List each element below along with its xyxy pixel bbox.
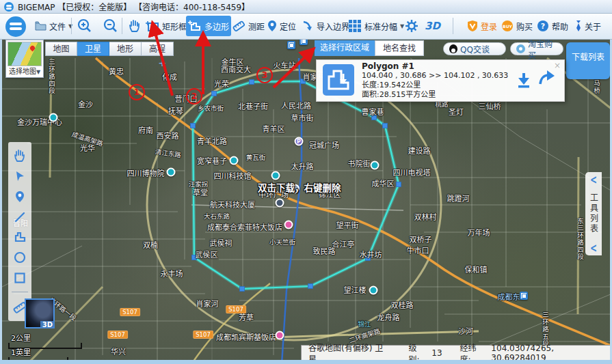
help-icon: ? bbox=[537, 20, 549, 32]
polygon-length: 长度:19.542公里 bbox=[362, 81, 508, 90]
layer-select-label: 选择地图▼ bbox=[8, 66, 42, 78]
toolbar-separator bbox=[122, 18, 122, 34]
import-boundary-label: 导入边界 bbox=[317, 20, 349, 32]
login-button[interactable]: 登录 bbox=[465, 16, 499, 36]
zoom-in-icon bbox=[77, 18, 92, 33]
annotation-circle-1: 1 bbox=[129, 84, 145, 100]
tab-卫星[interactable]: 卫星 bbox=[77, 42, 109, 56]
ruler-icon bbox=[232, 20, 245, 32]
tab-高程[interactable]: 高程 bbox=[142, 42, 174, 56]
buy-label: 购买 bbox=[516, 20, 533, 32]
window-border bbox=[0, 360, 612, 364]
status-bar: 谷歌地图(有偏移) 卫星 级别: 13 经纬度: 104.03074265, 3… bbox=[301, 345, 611, 360]
tab-地图[interactable]: 地图 bbox=[45, 42, 77, 56]
taobao-buy-label: 淘宝购买 bbox=[528, 38, 557, 61]
polygon-plus-icon bbox=[188, 20, 202, 32]
file-button[interactable]: 文件▼ bbox=[33, 16, 75, 36]
marker-tool-icon[interactable] bbox=[15, 191, 25, 203]
zoom-level-value: 13 bbox=[431, 348, 442, 358]
map-scale: 2公里 1英里 bbox=[8, 335, 82, 363]
login-shield-icon bbox=[467, 20, 478, 32]
tab-place-search[interactable]: 地名查找 bbox=[375, 40, 424, 56]
main-toolbar: 文件▼ 矩形框 多边形 测距 定位 导入边界 bbox=[0, 14, 612, 40]
polygon-select-button[interactable]: 多边形 bbox=[186, 16, 231, 36]
3d-label: 3D bbox=[425, 20, 440, 32]
locate-button[interactable]: 定位 bbox=[265, 16, 298, 36]
tie-icon bbox=[575, 20, 582, 32]
grid-icon bbox=[348, 19, 362, 33]
window-title: BIGEMAP 【已授权：全能版】 【咨询电话：400-118-5459】 bbox=[18, 1, 250, 12]
measure-label: 测距 bbox=[248, 20, 265, 32]
buy-button[interactable]: BUY 购买 bbox=[499, 16, 535, 36]
window-border bbox=[0, 39, 2, 364]
rectangle-select-button[interactable]: 矩形框 bbox=[144, 16, 189, 36]
chevron-left-icon: < bbox=[590, 241, 597, 255]
rectangle-tool-icon[interactable] bbox=[14, 272, 26, 284]
hand-icon bbox=[128, 19, 142, 33]
toolbar-separator bbox=[453, 18, 453, 34]
polygon-title: Polygon #1 bbox=[362, 61, 508, 71]
close-icon[interactable]: × bbox=[554, 61, 561, 70]
polygon-info-text: Polygon #1 104.040 , 30.686 >> 104.102 ,… bbox=[362, 61, 508, 100]
login-label: 登录 bbox=[481, 20, 497, 32]
polygon-area: 面积:28.515平方公里 bbox=[362, 90, 508, 100]
panel-divider bbox=[12, 292, 28, 292]
qq-chat-button[interactable]: QQ交谈 bbox=[443, 42, 506, 55]
locate-label: 定位 bbox=[280, 20, 296, 32]
import-boundary-button[interactable]: 导入边界 bbox=[300, 16, 351, 36]
help-button[interactable]: ? 帮助 bbox=[535, 16, 570, 36]
title-bar: BIGEMAP 【已授权：全能版】 【咨询电话：400-118-5459】 bbox=[0, 0, 612, 14]
line-tool-icon[interactable] bbox=[14, 211, 26, 223]
standard-sheet-button[interactable]: 标准分幅▼ bbox=[346, 16, 406, 36]
polygon-info-box: Polygon #1 104.040 , 30.686 >> 104.102 ,… bbox=[316, 59, 565, 102]
import-arrow-icon bbox=[302, 20, 314, 32]
gear-icon bbox=[405, 20, 418, 32]
polygon-tool-icon[interactable] bbox=[13, 231, 27, 243]
file-label: 文件 bbox=[49, 20, 66, 32]
circle-tool-icon[interactable] bbox=[14, 251, 26, 264]
taobao-icon bbox=[516, 44, 525, 53]
zoom-out-button[interactable] bbox=[101, 16, 120, 36]
pan-tool-icon[interactable] bbox=[13, 149, 27, 163]
bigemap-menu-button[interactable] bbox=[5, 16, 26, 37]
google-maps-thumbnail-icon bbox=[8, 42, 42, 66]
chevron-left-icon: < bbox=[590, 173, 597, 186]
app-window: BIGEMAP 【已授权：全能版】 【咨询电话：400-118-5459】 文件… bbox=[0, 0, 612, 364]
measure-button[interactable]: 测距 bbox=[230, 16, 267, 36]
standard-sheet-label: 标准分幅 bbox=[364, 20, 397, 32]
layer-select-button[interactable]: 选择地图▼ bbox=[5, 40, 44, 78]
taobao-buy-button[interactable]: 淘宝购买 bbox=[510, 42, 563, 55]
3d-preview-thumbnail[interactable]: 3D bbox=[25, 298, 55, 328]
qq-penguin-icon bbox=[449, 44, 457, 53]
crosshair-icon: + bbox=[158, 57, 166, 68]
zoom-out-icon bbox=[103, 18, 118, 33]
scale-mi-label: 1英里 bbox=[11, 349, 82, 357]
polygon-range: 104.040 , 30.686 >> 104.102 , 30.633 bbox=[362, 71, 508, 81]
rectangle-plus-icon bbox=[146, 20, 159, 32]
download-list-button[interactable]: 下载列表 bbox=[566, 42, 610, 79]
3d-thumbnail-label: 3D bbox=[40, 321, 55, 328]
toolbar-separator bbox=[71, 18, 72, 34]
pan-button[interactable] bbox=[126, 16, 144, 36]
chevron-down-icon: ▼ bbox=[36, 69, 40, 75]
polygon-select-label: 多边形 bbox=[204, 20, 229, 32]
tools-list-tab[interactable]: < 工具列表 < bbox=[585, 172, 602, 255]
polygon-download-icon[interactable] bbox=[323, 64, 354, 96]
download-button[interactable] bbox=[516, 72, 531, 91]
about-button[interactable]: 关于 bbox=[573, 16, 603, 36]
view-3d-button[interactable]: 3D bbox=[423, 16, 442, 36]
select-cursor-icon[interactable] bbox=[14, 170, 26, 182]
location-pin-icon bbox=[267, 20, 277, 32]
folder-icon bbox=[35, 21, 46, 31]
tab-地形[interactable]: 地形 bbox=[109, 42, 142, 56]
buy-icon: BUY bbox=[501, 20, 514, 32]
drawing-tool-panel bbox=[8, 142, 31, 321]
tab-select-region[interactable]: 选择行政区域 bbox=[315, 40, 375, 56]
settings-button[interactable] bbox=[403, 16, 420, 36]
share-button[interactable] bbox=[538, 70, 556, 89]
tools-list-label: 工具列表 bbox=[588, 193, 600, 234]
scale-km-label: 2公里 bbox=[11, 335, 82, 343]
zoom-in-button[interactable] bbox=[75, 16, 94, 36]
app-logo-icon bbox=[4, 2, 14, 12]
qq-chat-label: QQ交谈 bbox=[460, 43, 490, 55]
